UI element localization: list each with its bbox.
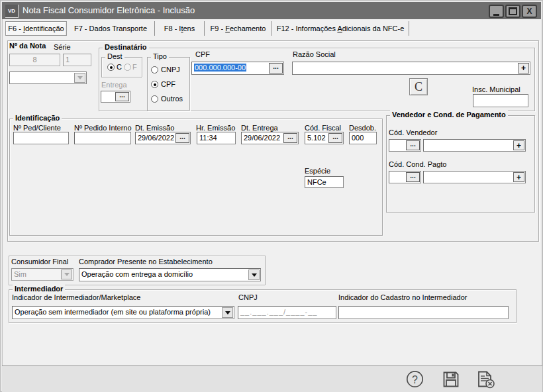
minimize-button[interactable] <box>489 5 504 18</box>
consumidor-final-label: Consumidor Final <box>11 258 68 266</box>
intermediador-title: Intermediador <box>13 285 65 293</box>
cnpj-label: CNPJ <box>238 293 258 301</box>
dest-radio-f <box>124 64 131 71</box>
tipo-radio-cnpj[interactable] <box>151 66 158 74</box>
dest-title: Dest <box>105 52 124 60</box>
cod-fiscal-label: Cód. Fiscal <box>305 124 341 132</box>
nota-combo <box>9 72 87 84</box>
indicador-cadastro-field[interactable] <box>338 306 509 319</box>
identificacao-title: Identificação <box>13 114 62 122</box>
ped-interno-field[interactable] <box>74 132 131 144</box>
dest-radio-c-label: C <box>117 63 122 71</box>
cod-vendedor-label: Cód. Vendedor <box>389 128 437 136</box>
indicador-cadastro-label: Indicador do Cadastro no Intermediador <box>338 293 467 301</box>
comprador-combo[interactable]: Operação com entrega a domicílio <box>79 268 261 281</box>
window: VD Nota Fiscal Consumidor Eletrônica - I… <box>0 0 543 392</box>
cod-vendedor-add-button[interactable]: + <box>513 140 524 150</box>
close-icon: X <box>526 7 532 15</box>
cod-fiscal-ellipsis-button[interactable]: ... <box>328 133 342 143</box>
dropdown-arrow-icon <box>74 73 85 83</box>
nota-field: 8 <box>9 54 60 66</box>
tipo-radio-outros-label: Outros <box>161 95 183 103</box>
tab-f9-fechamento[interactable]: F9 - Fechamento <box>205 21 272 36</box>
dt-entrega-field[interactable]: 29/06/2022... <box>241 132 299 144</box>
vendedor-title: Vendedor e Cond. de Pagamento <box>390 111 508 119</box>
razao-social-add-button[interactable]: + <box>518 63 529 74</box>
cod-cond-pagto-ellipsis-button[interactable]: ... <box>406 172 420 182</box>
save-icon <box>442 370 460 389</box>
cpf-ellipsis-button[interactable]: ... <box>269 63 283 74</box>
ped-interno-label: Nº Pedido Interno <box>74 124 132 132</box>
dt-emissao-field[interactable]: 29/06/2022... <box>135 132 191 144</box>
maximize-icon <box>509 7 517 15</box>
cod-vendedor-name-field[interactable]: + <box>423 139 526 152</box>
tipo-radio-cnpj-label: CNPJ <box>161 66 180 74</box>
dt-entrega-label: Dt. Entrega <box>241 124 278 132</box>
serie-field: 1 <box>63 54 91 66</box>
dt-entrega-ellipsis-button[interactable]: ... <box>283 133 297 143</box>
insc-municipal-field[interactable] <box>473 94 528 107</box>
app-icon: VD <box>5 5 19 18</box>
entrega-label: Entrega <box>101 81 127 89</box>
c-button[interactable]: C <box>409 78 428 95</box>
razao-social-label: Razão Social <box>293 50 336 58</box>
tab-f8-itens[interactable]: F8 - Itens <box>155 21 205 36</box>
cancel-button[interactable] <box>476 370 496 389</box>
indicador-intermediador-combo[interactable]: Operação sem intermediador (em site ou p… <box>12 306 234 319</box>
hr-emissao-field[interactable]: 11:34 <box>197 132 236 144</box>
cpf-field[interactable]: 000.000.000-00... <box>191 62 284 75</box>
tipo-title: Tipo <box>151 52 169 60</box>
dropdown-arrow-icon[interactable] <box>248 270 260 280</box>
close-button[interactable]: X <box>522 5 537 18</box>
consumidor-final-combo: Sim <box>11 268 74 281</box>
cpf-value: 000.000.000-00 <box>194 64 246 72</box>
cod-fiscal-field[interactable]: 5.102... <box>305 132 344 144</box>
dt-emissao-label: Dt. Emissão <box>135 124 174 132</box>
ped-cliente-field[interactable] <box>13 132 69 144</box>
tipo-radio-outros[interactable] <box>151 95 158 103</box>
title-bar: VD Nota Fiscal Consumidor Eletrônica - I… <box>2 2 541 19</box>
maximize-button[interactable] <box>505 5 520 18</box>
destinatario-title: Destinatário <box>103 43 149 51</box>
entrega-ellipsis-button[interactable]: ... <box>115 92 129 101</box>
svg-text:?: ? <box>412 374 418 385</box>
dropdown-arrow-icon[interactable] <box>222 307 233 318</box>
cod-cond-pagto-label: Cód. Cond. Pagto <box>389 160 446 168</box>
tab-f7-dados-transporte[interactable]: F7 - Dados Transporte <box>67 21 155 36</box>
ped-cliente-label: Nº Ped/Cliente <box>13 124 61 132</box>
razao-social-field[interactable]: + <box>292 62 530 75</box>
cancel-icon <box>476 370 496 389</box>
cod-cond-pagto-add-button[interactable]: + <box>513 172 524 182</box>
minimize-icon <box>493 14 499 16</box>
dest-radio-c[interactable] <box>107 64 115 71</box>
indicador-intermediador-label: Indicador de Intermediador/Marketplace <box>12 293 140 301</box>
cnpj-field[interactable]: __.___.___/____-__ <box>238 306 336 319</box>
help-button[interactable]: ? <box>406 370 424 388</box>
cod-vendedor-code-field[interactable]: ... <box>389 139 421 152</box>
especie-field[interactable]: NFCe <box>305 176 344 188</box>
hr-emissao-label: Hr. Emissão <box>196 124 235 132</box>
especie-label: Espécie <box>305 167 330 175</box>
cod-cond-pagto-code-field[interactable]: ... <box>389 171 421 183</box>
tab-f6-identificacao[interactable]: F6 - Identificação <box>5 21 67 36</box>
comprador-label: Comprador Presente no Estabelecimento <box>79 258 213 266</box>
cod-vendedor-ellipsis-button[interactable]: ... <box>406 140 420 150</box>
desdob-label: Desdob. <box>349 124 376 132</box>
tab-f12-informacoes-adicionais[interactable]: F12 - Informações Adicionais da NFC-e <box>272 21 409 36</box>
cod-cond-pagto-name-field[interactable]: + <box>423 171 526 183</box>
serie-label: Série <box>54 43 71 51</box>
dest-radio-f-label: F <box>132 63 137 71</box>
cpf-label: CPF <box>195 50 210 58</box>
nota-label: Nº da Nota <box>9 42 46 50</box>
bottom-toolbar <box>2 366 542 392</box>
desdob-field[interactable]: 000 <box>349 132 377 144</box>
entrega-field[interactable]: ... <box>101 91 130 103</box>
tipo-radio-cpf-label: CPF <box>161 80 175 88</box>
dropdown-arrow-icon <box>61 270 72 279</box>
insc-municipal-label: Insc. Municipal <box>472 85 520 93</box>
dt-emissao-ellipsis-button[interactable]: ... <box>175 133 189 143</box>
tipo-radio-cpf[interactable] <box>151 81 158 88</box>
save-button[interactable] <box>442 370 460 389</box>
window-title: Nota Fiscal Consumidor Eletrônica - Incl… <box>23 5 195 15</box>
help-icon: ? <box>406 370 424 388</box>
